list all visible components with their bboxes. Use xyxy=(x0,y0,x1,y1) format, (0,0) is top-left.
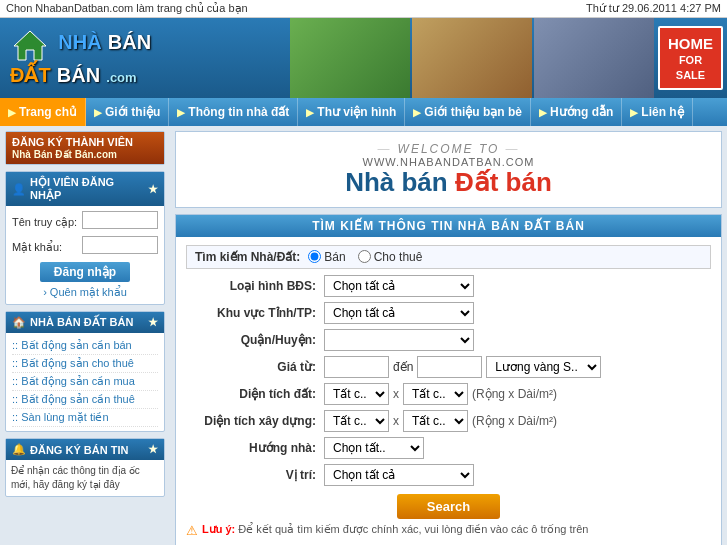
register-link[interactable]: Nhà Bán Đất Bán.com xyxy=(12,149,117,160)
search-header: TÌM KIẾM THÔNG TIN NHÀ BÁN ĐẤT BÁN xyxy=(176,215,721,237)
can-ban-link[interactable]: Bất động sản cần bán xyxy=(21,339,132,351)
dientichdat-from-select[interactable]: Tất c.. xyxy=(324,383,389,405)
sidebar-footer-text: Để nhận các thông tin địa ốc mới, hãy đă… xyxy=(6,460,164,496)
welcome-box: WELCOME TO WWW.NHABANDATBAN.COM Nhà bán … xyxy=(175,131,722,208)
list-item: Bất động sản cần mua xyxy=(12,373,158,391)
loaihinh-row: Loại hình BĐS: Chọn tất cả xyxy=(186,275,711,297)
search-btn-row: Search xyxy=(186,494,711,519)
quanhuyen-select[interactable] xyxy=(324,329,474,351)
banner-img-3 xyxy=(534,18,654,98)
gia-row: Giá từ: đến Lương vàng S.. xyxy=(186,356,711,378)
list-item: Bất động sản cần thuê xyxy=(12,391,158,409)
cho-thue-link[interactable]: Bất động sản cho thuê xyxy=(21,357,134,369)
house-icon xyxy=(10,28,50,63)
list-item: Bất động sản cho thuê xyxy=(12,355,158,373)
user-icon: 👤 xyxy=(12,183,26,196)
list-item: Bất động sản cần bán xyxy=(12,337,158,355)
property-list: Bất động sản cần bán Bất động sản cho th… xyxy=(6,333,164,431)
username-row: Tên truy cập: xyxy=(12,211,158,233)
khuvuc-select[interactable]: Chọn tất cả xyxy=(324,302,474,324)
warning-icon: ⚠ xyxy=(186,523,198,538)
gia-to-input[interactable] xyxy=(417,356,482,378)
x-separator-2: x xyxy=(393,414,399,428)
quanhuyen-label: Quận/Huyện: xyxy=(186,333,316,347)
vitri-row: Vị trí: Chọn tất cả xyxy=(186,464,711,486)
star-icon: ★ xyxy=(148,183,158,196)
username-input[interactable] xyxy=(82,211,158,229)
nav-item-gioithieu[interactable]: ▶ Giới thiệu xyxy=(86,98,169,126)
login-box: 👤 HỘI VIÊN ĐĂNG NHẬP ★ Tên truy cập: Mật… xyxy=(5,171,165,305)
register-box: ĐĂNG KÝ THÀNH VIÊN Nhà Bán Đất Bán.com xyxy=(5,131,165,165)
header-banner: HOME FOR SALE xyxy=(161,18,727,98)
loaihinh-select[interactable]: Chọn tất cả xyxy=(324,275,474,297)
main-nav: ▶ Trang chủ ▶ Giới thiệu ▶ Thông tin nhà… xyxy=(0,98,727,126)
nhabandatban-box: 🏠 NHÀ BÁN ĐẤT BÁN ★ Bất động sản cần bán… xyxy=(5,311,165,432)
bell-icon: 🔔 xyxy=(12,443,26,456)
vitri-label: Vị trí: xyxy=(186,468,316,482)
gia-unit-select[interactable]: Lương vàng S.. xyxy=(486,356,601,378)
x-separator-1: x xyxy=(393,387,399,401)
star3-icon: ★ xyxy=(148,443,158,456)
register-header: ĐĂNG KÝ THÀNH VIÊN Nhà Bán Đất Bán.com xyxy=(6,132,164,164)
house2-icon: 🏠 xyxy=(12,316,26,329)
can-mua-link[interactable]: Bất động sản cần mua xyxy=(21,375,135,387)
note-description: Để kết quả tìm kiếm được chính xác, vui … xyxy=(238,523,588,535)
forgot-link[interactable]: › Quên mật khẩu xyxy=(43,286,127,298)
price-row: đến Lương vàng S.. xyxy=(324,356,601,378)
huongnha-select[interactable]: Chọn tất.. xyxy=(324,437,424,459)
site-name: Nhà bán Đất bán xyxy=(186,168,711,197)
main-layout: ĐĂNG KÝ THÀNH VIÊN Nhà Bán Đất Bán.com 👤… xyxy=(0,126,727,545)
dientichxd-row: Diện tích xây dựng: Tất c.. x Tất c.. (R… xyxy=(186,410,711,432)
dientichxd-from-select[interactable]: Tất c.. xyxy=(324,410,389,432)
login-header: 👤 HỘI VIÊN ĐĂNG NHẬP ★ xyxy=(6,172,164,206)
nav-item-lienhe[interactable]: ▶ Liên hệ xyxy=(622,98,692,126)
password-label: Mật khẩu: xyxy=(12,241,82,254)
nav-item-huongdan[interactable]: ▶ Hướng dẫn xyxy=(531,98,622,126)
content: WELCOME TO WWW.NHABANDATBAN.COM Nhà bán … xyxy=(170,126,727,545)
san-lung-link[interactable]: Sàn lùng mặt tiền xyxy=(21,411,108,423)
dientichxd-label: Diện tích xây dựng: xyxy=(186,414,316,428)
top-bar: Chon NhabanDatban.com làm trang chủ của … xyxy=(0,0,727,18)
banner-img-1 xyxy=(290,18,410,98)
radio-chothue[interactable] xyxy=(358,250,371,263)
nav-item-gioithieubanbe[interactable]: ▶ Giới thiệu bạn bè xyxy=(405,98,531,126)
note-row: ⚠ Lưu ý: Để kết quả tìm kiếm được chính … xyxy=(186,523,711,538)
svg-marker-0 xyxy=(14,31,46,60)
dientichxd-inputs: Tất c.. x Tất c.. (Rộng x Dài/m²) xyxy=(324,410,557,432)
forgot-password-link[interactable]: › Quên mật khẩu xyxy=(12,286,158,299)
can-thue-link[interactable]: Bất động sản cần thuê xyxy=(21,393,135,405)
huongnha-row: Hướng nhà: Chọn tất.. xyxy=(186,437,711,459)
dientichdat-unit: (Rộng x Dài/m²) xyxy=(472,387,557,401)
login-button[interactable]: Đăng nhập xyxy=(40,262,130,282)
radio-group: Bán Cho thuê xyxy=(308,250,422,264)
vitri-select[interactable]: Chọn tất cả xyxy=(324,464,474,486)
search-body: Tìm kiếm Nhà/Đất: Bán Cho thuê Loại hình… xyxy=(176,237,721,545)
nav-item-thongtin[interactable]: ▶ Thông tin nhà đất xyxy=(169,98,298,126)
password-row: Mật khẩu: xyxy=(12,236,158,258)
nhabandatban-header: 🏠 NHÀ BÁN ĐẤT BÁN ★ xyxy=(6,312,164,333)
list-item: Sàn lùng mặt tiền xyxy=(12,409,158,427)
dangky-header: 🔔 ĐĂNG KÝ BÁN TIN ★ xyxy=(6,439,164,460)
dientichdat-inputs: Tất c.. x Tất c.. (Rộng x Dài/m²) xyxy=(324,383,557,405)
dangky-box: 🔔 ĐĂNG KÝ BÁN TIN ★ Để nhận các thông ti… xyxy=(5,438,165,497)
nav-item-thuvien[interactable]: ▶ Thư viện hình xyxy=(298,98,405,126)
top-bar-left: Chon NhabanDatban.com làm trang chủ của … xyxy=(6,2,248,15)
header: NHÀ BÁN ĐẤT BÁN .com HOME FOR SALE xyxy=(0,18,727,98)
note-label: Lưu ý: xyxy=(202,523,235,535)
sidebar: ĐĂNG KÝ THÀNH VIÊN Nhà Bán Đất Bán.com 👤… xyxy=(0,126,170,545)
gia-to-label: đến xyxy=(393,360,413,374)
username-label: Tên truy cập: xyxy=(12,216,82,229)
dientichxd-to-select[interactable]: Tất c.. xyxy=(403,410,468,432)
search-button[interactable]: Search xyxy=(397,494,500,519)
welcome-to-text: WELCOME TO xyxy=(186,142,711,156)
dientichdat-to-select[interactable]: Tất c.. xyxy=(403,383,468,405)
radio-ban[interactable] xyxy=(308,250,321,263)
password-input[interactable] xyxy=(82,236,158,254)
gia-from-input[interactable] xyxy=(324,356,389,378)
nav-item-trangchu[interactable]: ▶ Trang chủ xyxy=(0,98,86,126)
top-bar-right: Thứ tư 29.06.2011 4:27 PM xyxy=(586,2,721,15)
dientichdat-row: Diện tích đất: Tất c.. x Tất c.. (Rộng x… xyxy=(186,383,711,405)
banner-img-2 xyxy=(412,18,532,98)
banner-images xyxy=(290,18,654,98)
gia-label: Giá từ: xyxy=(186,360,316,374)
